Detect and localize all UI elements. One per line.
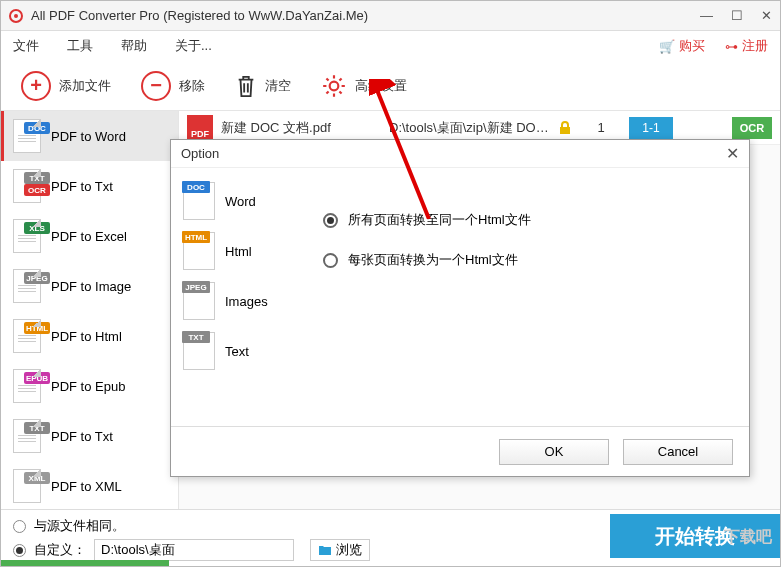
sidebar-item-txt-ocr[interactable]: TXTOCR PDF to Txt bbox=[1, 161, 178, 211]
doc-badge: DOC bbox=[24, 122, 50, 134]
sidebar-label: PDF to XML bbox=[51, 479, 122, 494]
radio-single-html[interactable] bbox=[323, 213, 338, 228]
advanced-settings-button[interactable]: 高级设置 bbox=[321, 73, 407, 99]
register-link[interactable]: ⊶ 注册 bbox=[725, 37, 768, 55]
menu-about[interactable]: 关于... bbox=[175, 37, 212, 55]
radio-multi-html[interactable] bbox=[323, 253, 338, 268]
gear-icon bbox=[321, 73, 347, 99]
menubar: 文件 工具 帮助 关于... 🛒 购买 ⊶ 注册 bbox=[1, 31, 780, 61]
file-icon: TXT bbox=[13, 419, 41, 453]
dialog-footer: OK Cancel bbox=[171, 426, 749, 476]
xls-badge: XLS bbox=[24, 222, 50, 234]
minus-icon: − bbox=[141, 71, 171, 101]
ok-button[interactable]: OK bbox=[499, 439, 609, 465]
app-icon bbox=[9, 9, 23, 23]
pdf-icon: PDF bbox=[187, 115, 213, 141]
dialog-main: 所有页面转换至同一个Html文件 每张页面转换为一个Html文件 bbox=[313, 180, 737, 414]
radio-custom[interactable] bbox=[13, 544, 26, 557]
page-range[interactable]: 1-1 bbox=[629, 117, 673, 139]
remove-label: 移除 bbox=[179, 77, 205, 95]
maximize-button[interactable]: ☐ bbox=[731, 8, 743, 23]
remove-button[interactable]: − 移除 bbox=[141, 71, 205, 101]
dialog-sidebar: DOC Word HTML Html JPEG Images TXT Text bbox=[183, 180, 313, 414]
file-path: D:\tools\桌面\zip\新建 DOC... bbox=[389, 119, 549, 137]
file-icon: HTML bbox=[13, 319, 41, 353]
dialog-tab-label: Images bbox=[225, 294, 268, 309]
sidebar-label: PDF to Txt bbox=[51, 179, 113, 194]
epub-badge: EPUB bbox=[24, 372, 50, 384]
opt-single-label: 所有页面转换至同一个Html文件 bbox=[348, 211, 531, 229]
trash-icon bbox=[235, 73, 257, 99]
file-icon: TXTOCR bbox=[13, 169, 41, 203]
cart-icon: 🛒 bbox=[659, 39, 675, 54]
lock-icon bbox=[557, 120, 573, 136]
clear-button[interactable]: 清空 bbox=[235, 73, 291, 99]
sidebar-item-epub[interactable]: EPUB PDF to Epub bbox=[1, 361, 178, 411]
menu-help[interactable]: 帮助 bbox=[121, 37, 147, 55]
dialog-tab-word[interactable]: DOC Word bbox=[183, 180, 313, 222]
page-count: 1 bbox=[581, 120, 621, 135]
sidebar: DOC PDF to Word TXTOCR PDF to Txt XLS PD… bbox=[1, 111, 179, 509]
buy-link[interactable]: 🛒 购买 bbox=[659, 37, 705, 55]
ocr-badge: OCR bbox=[24, 184, 50, 196]
browse-label: 浏览 bbox=[336, 541, 362, 559]
sidebar-item-html[interactable]: HTML PDF to Html bbox=[1, 311, 178, 361]
sidebar-item-word[interactable]: DOC PDF to Word bbox=[1, 111, 178, 161]
sidebar-item-txt[interactable]: TXT PDF to Txt bbox=[1, 411, 178, 461]
plus-icon: + bbox=[21, 71, 51, 101]
minimize-button[interactable]: — bbox=[700, 8, 713, 23]
close-button[interactable]: ✕ bbox=[761, 8, 772, 23]
svg-point-0 bbox=[330, 81, 339, 90]
custom-label: 自定义： bbox=[34, 541, 86, 559]
output-path-input[interactable] bbox=[94, 539, 294, 561]
sidebar-item-image[interactable]: JPEG PDF to Image bbox=[1, 261, 178, 311]
menu-file[interactable]: 文件 bbox=[13, 37, 39, 55]
file-icon: XLS bbox=[13, 219, 41, 253]
add-file-button[interactable]: + 添加文件 bbox=[21, 71, 111, 101]
toolbar: + 添加文件 − 移除 清空 高级设置 bbox=[1, 61, 780, 111]
file-name: 新建 DOC 文档.pdf bbox=[221, 119, 381, 137]
add-file-label: 添加文件 bbox=[59, 77, 111, 95]
radio-same-source[interactable] bbox=[13, 520, 26, 533]
folder-icon bbox=[318, 544, 332, 556]
dialog-tab-images[interactable]: JPEG Images bbox=[183, 280, 313, 322]
file-icon: DOC bbox=[13, 119, 41, 153]
browse-button[interactable]: 浏览 bbox=[310, 539, 370, 561]
sidebar-label: PDF to Txt bbox=[51, 429, 113, 444]
dialog-tab-label: Text bbox=[225, 344, 249, 359]
advanced-label: 高级设置 bbox=[355, 77, 407, 95]
opt-multi-label: 每张页面转换为一个Html文件 bbox=[348, 251, 518, 269]
sidebar-label: PDF to Image bbox=[51, 279, 131, 294]
same-source-label: 与源文件相同。 bbox=[34, 517, 125, 535]
option-dialog: Option ✕ DOC Word HTML Html JPEG Images … bbox=[170, 139, 750, 477]
txt-icon: TXT bbox=[182, 331, 210, 343]
jpeg-icon: JPEG bbox=[182, 281, 210, 293]
sidebar-label: PDF to Word bbox=[51, 129, 126, 144]
doc-icon: DOC bbox=[182, 181, 210, 193]
dialog-titlebar: Option ✕ bbox=[171, 140, 749, 168]
sidebar-label: PDF to Epub bbox=[51, 379, 125, 394]
cancel-button[interactable]: Cancel bbox=[623, 439, 733, 465]
dialog-title-text: Option bbox=[181, 146, 219, 161]
ocr-toggle[interactable]: OCR bbox=[732, 117, 772, 139]
key-icon: ⊶ bbox=[725, 39, 738, 54]
dialog-tab-label: Word bbox=[225, 194, 256, 209]
window-title: All PDF Converter Pro (Registered to WwW… bbox=[31, 8, 700, 23]
html-badge: HTML bbox=[24, 322, 50, 334]
start-convert-button[interactable]: 开始转换 bbox=[610, 514, 780, 558]
dialog-close-button[interactable]: ✕ bbox=[726, 144, 739, 163]
dialog-tab-html[interactable]: HTML Html bbox=[183, 230, 313, 272]
sidebar-label: PDF to Html bbox=[51, 329, 122, 344]
file-icon: JPEG bbox=[13, 269, 41, 303]
dialog-tab-text[interactable]: TXT Text bbox=[183, 330, 313, 372]
app-window: All PDF Converter Pro (Registered to WwW… bbox=[0, 0, 781, 567]
file-icon: EPUB bbox=[13, 369, 41, 403]
sidebar-item-xml[interactable]: XML PDF to XML bbox=[1, 461, 178, 509]
titlebar: All PDF Converter Pro (Registered to WwW… bbox=[1, 1, 780, 31]
html-icon: HTML bbox=[182, 231, 210, 243]
jpeg-badge: JPEG bbox=[24, 272, 50, 284]
menu-tools[interactable]: 工具 bbox=[67, 37, 93, 55]
sidebar-item-excel[interactable]: XLS PDF to Excel bbox=[1, 211, 178, 261]
file-icon: XML bbox=[13, 469, 41, 503]
window-controls: — ☐ ✕ bbox=[700, 8, 772, 23]
